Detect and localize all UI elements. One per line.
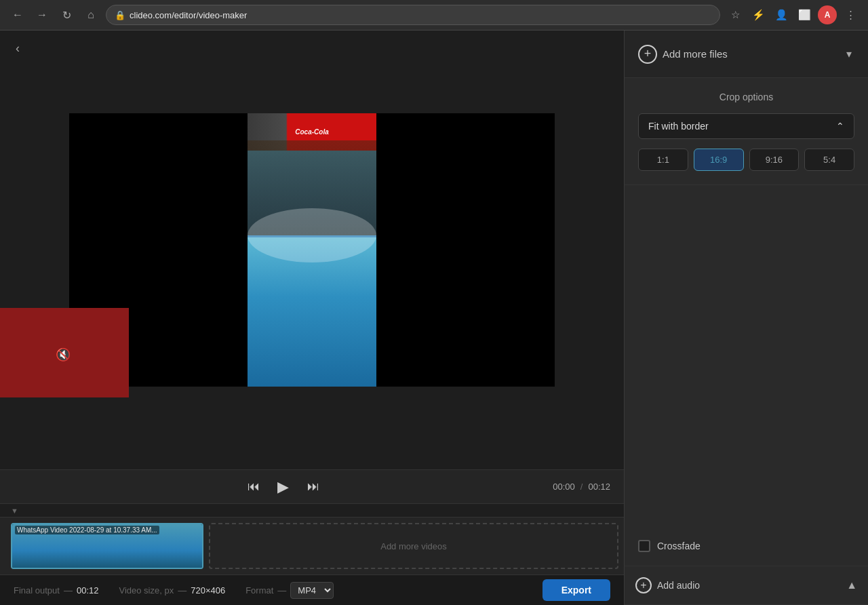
user-avatar[interactable]: A (818, 5, 837, 24)
video-canvas: Coca-Cola (69, 113, 555, 387)
back-nav-button[interactable]: ← (8, 5, 27, 24)
ratio-9-16-button[interactable]: 9:16 (749, 149, 800, 171)
audio-plus-icon: + (635, 577, 652, 593)
ruler-marker: ▼ (11, 507, 18, 515)
add-audio-label: Add audio (657, 580, 700, 591)
collapse-icon: ▾ (846, 48, 852, 60)
total-time: 00:12 (588, 482, 610, 492)
add-audio-section: + Add audio ▲ (625, 566, 868, 605)
control-right: 00:00 / 00:12 (553, 482, 610, 492)
format-sep: — (277, 585, 286, 596)
crossfade-section: Crossfade (625, 526, 868, 566)
add-more-files-button[interactable]: + Add more files (638, 45, 728, 64)
back-button[interactable]: ‹ (7, 37, 28, 59)
video-controls-bar: ⏮ ▶ ⏭ 00:00 / 00:12 (0, 469, 624, 503)
black-bar-right (377, 113, 555, 387)
crossfade-label: Crossfade (657, 541, 701, 551)
format-select[interactable]: MP4 MOV AVI GIF (290, 582, 334, 599)
skip-forward-button[interactable]: ⏭ (302, 476, 324, 498)
clip-label: WhatsApp Video 2022-08-29 at 10.37.33 AM… (15, 526, 159, 534)
url-text: clideo.com/editor/video-maker (130, 10, 247, 20)
crop-section-title: Crop options (638, 92, 854, 102)
avatar-letter: A (825, 10, 831, 20)
ratio-9-16-label: 9:16 (766, 155, 783, 165)
crop-dropdown-value: Fit with border (648, 121, 709, 132)
video-size-label: Video size, px (119, 585, 174, 596)
pool-video-frame: Coca-Cola (248, 113, 376, 387)
video-size-value: 720×406 (191, 585, 225, 596)
final-output-value: 00:12 (77, 585, 99, 596)
time-divider: / (580, 482, 583, 492)
timeline-track: WhatsApp Video 2022-08-29 at 10.37.33 AM… (0, 518, 624, 574)
status-bar: Final output — 00:12 Video size, px — 72… (0, 574, 624, 605)
address-bar[interactable]: 🔒 clideo.com/editor/video-maker (106, 5, 720, 25)
crop-section: Crop options Fit with border ⌃ 1:1 16:9 … (625, 78, 868, 185)
bookmark-icon[interactable]: ☆ (726, 5, 745, 24)
video-clip[interactable]: WhatsApp Video 2022-08-29 at 10.37.33 AM… (11, 523, 203, 569)
skip-forward-icon: ⏭ (307, 480, 319, 494)
skip-back-button[interactable]: ⏮ (243, 476, 264, 498)
coca-cola-text: Coca-Cola (295, 128, 328, 136)
final-output-item: Final output — 00:12 (14, 585, 98, 596)
splash-effect (248, 208, 376, 262)
control-center: ⏮ ▶ ⏭ (243, 476, 324, 498)
audio-expand-button[interactable]: ▲ (846, 579, 857, 591)
current-time: 00:00 (553, 482, 575, 492)
crop-dropdown[interactable]: Fit with border ⌃ (638, 113, 854, 139)
split-view-icon[interactable]: ⬜ (795, 5, 814, 24)
profile-icon[interactable]: 👤 (772, 5, 791, 24)
mute-button[interactable]: 🔇 (56, 347, 71, 362)
final-output-sep: — (64, 585, 73, 596)
aspect-ratios: 1:1 16:9 9:16 5:4 (638, 149, 854, 171)
add-more-videos-label: Add more videos (380, 541, 447, 551)
lock-icon: 🔒 (115, 10, 125, 20)
right-panel: + Add more files ▾ Crop options Fit with… (624, 31, 868, 605)
skip-back-icon: ⏮ (248, 480, 260, 494)
reload-button[interactable]: ↻ (57, 5, 76, 24)
play-icon: ▶ (277, 478, 289, 496)
mute-icon: 🔇 (56, 348, 71, 362)
ratio-5-4-label: 5:4 (823, 155, 835, 165)
add-files-bar: + Add more files ▾ (625, 31, 868, 78)
main-layout: ‹ Coca-Cola (0, 31, 868, 605)
add-files-plus-icon: + (638, 45, 657, 64)
ratio-1-1-button[interactable]: 1:1 (638, 149, 688, 171)
add-audio-button[interactable]: + Add audio (635, 577, 700, 593)
ratio-1-1-label: 1:1 (657, 155, 669, 165)
crossfade-checkbox[interactable] (638, 540, 650, 552)
extensions-icon[interactable]: ⚡ (749, 5, 768, 24)
crop-dropdown-arrow: ⌃ (836, 121, 844, 132)
right-panel-spacer (625, 185, 868, 526)
video-content: Coca-Cola (248, 113, 376, 387)
ratio-16-9-label: 16:9 (710, 155, 727, 165)
home-button[interactable]: ⌂ (81, 5, 100, 24)
ratio-5-4-button[interactable]: 5:4 (804, 149, 854, 171)
browser-chrome: ← → ↻ ⌂ 🔒 clideo.com/editor/video-maker … (0, 0, 868, 31)
video-size-item: Video size, px — 720×406 (119, 585, 225, 596)
play-button[interactable]: ▶ (273, 476, 294, 498)
menu-icon[interactable]: ⋮ (841, 5, 860, 24)
final-output-label: Final output (14, 585, 60, 596)
video-preview-container: Coca-Cola 🔇 (0, 31, 624, 469)
export-label: Export (561, 585, 591, 596)
export-button[interactable]: Export (542, 579, 610, 601)
format-label: Format (245, 585, 273, 596)
timeline-area: ▼ WhatsApp Video 2022-08-29 at 10.37.33 … (0, 503, 624, 574)
add-more-videos-zone[interactable]: Add more videos (209, 523, 618, 569)
format-item: Format — MP4 MOV AVI GIF (245, 582, 334, 599)
forward-nav-button[interactable]: → (33, 5, 52, 24)
video-size-sep: — (178, 585, 186, 596)
add-audio-bar: + Add audio ▲ (625, 566, 868, 604)
editor-area: ‹ Coca-Cola (0, 31, 624, 605)
add-files-label: Add more files (663, 48, 728, 60)
browser-toolbar: ☆ ⚡ 👤 ⬜ A ⋮ (726, 5, 860, 24)
timeline-ruler: ▼ (0, 504, 624, 518)
audio-expand-icon: ▲ (846, 579, 857, 591)
collapse-panel-button[interactable]: ▾ (844, 45, 854, 63)
ratio-16-9-button[interactable]: 16:9 (694, 149, 744, 171)
